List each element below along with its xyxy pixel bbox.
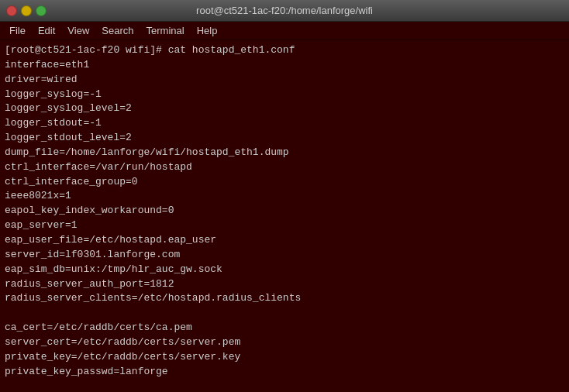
menu-file[interactable]: File [3,23,32,38]
menubar: File Edit View Search Terminal Help [0,22,569,40]
menu-view[interactable]: View [61,23,95,38]
titlebar: root@ct521-1ac-f20:/home/lanforge/wifi [0,0,569,22]
window-title: root@ct521-1ac-f20:/home/lanforge/wifi [196,5,373,16]
close-button[interactable] [6,5,17,16]
window-controls[interactable] [6,5,47,16]
menu-edit[interactable]: Edit [32,23,61,38]
menu-terminal[interactable]: Terminal [140,23,191,38]
maximize-button[interactable] [36,5,47,16]
menu-help[interactable]: Help [191,23,224,38]
minimize-button[interactable] [21,5,32,16]
terminal-output[interactable]: [root@ct521-1ac-f20 wifi]# cat hostapd_e… [0,40,569,392]
menu-search[interactable]: Search [95,23,140,38]
